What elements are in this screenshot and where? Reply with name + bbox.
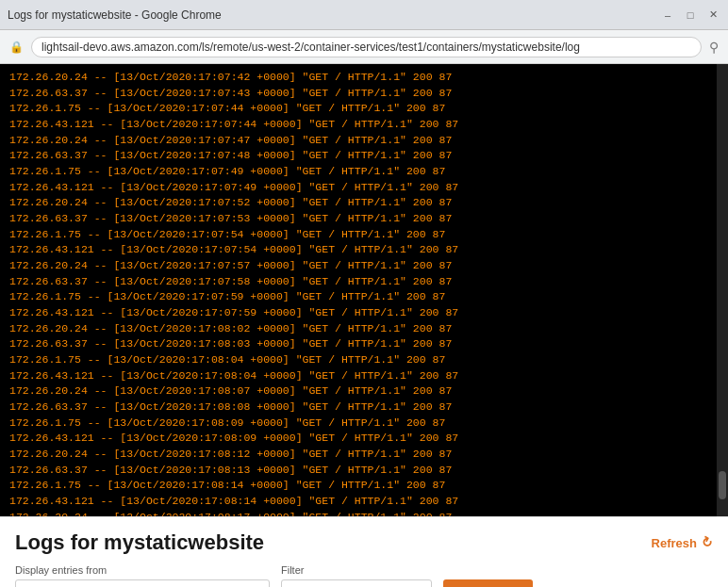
log-line: 172.26.1.75 -- [13/Oct/2020:17:08:04 +00…	[9, 352, 719, 368]
log-line: 172.26.43.121 -- [13/Oct/2020:17:08:04 +…	[9, 368, 719, 384]
filter-input[interactable]	[281, 579, 432, 587]
log-line: 172.26.1.75 -- [13/Oct/2020:17:07:49 +00…	[9, 164, 719, 180]
form-row: Display entries from ▣ --/--/---- --:-- …	[15, 564, 713, 587]
log-line: 172.26.43.121 -- [13/Oct/2020:17:08:09 +…	[9, 431, 719, 447]
date-range-group: Display entries from ▣ --/--/---- --:-- …	[15, 564, 270, 587]
browser-title: Logs for mystaticwebsite - Google Chrome	[8, 8, 222, 22]
close-button[interactable]: ✕	[705, 8, 720, 23]
log-line: 172.26.20.24 -- [13/Oct/2020:17:08:02 +0…	[9, 321, 719, 337]
log-line: 172.26.63.37 -- [13/Oct/2020:17:07:53 +0…	[9, 211, 719, 227]
search-icon[interactable]: ⚲	[709, 40, 719, 55]
date-range-input[interactable]: ▣ --/--/---- --:-- -- - --/--/---- --:--…	[15, 579, 270, 587]
log-line: 172.26.20.24 -- [13/Oct/2020:17:07:57 +0…	[9, 258, 719, 274]
log-line: 172.26.63.37 -- [13/Oct/2020:17:08:08 +0…	[9, 399, 719, 416]
log-line: 172.26.1.75 -- [13/Oct/2020:17:07:44 +00…	[9, 101, 719, 117]
maximize-button[interactable]: □	[683, 8, 698, 23]
log-line: 172.26.63.37 -- [13/Oct/2020:17:07:58 +0…	[9, 274, 719, 290]
lock-icon: 🔒	[9, 41, 24, 54]
scrollbar-thumb[interactable]	[719, 471, 726, 499]
minimize-button[interactable]: –	[660, 8, 675, 23]
refresh-label: Refresh	[652, 536, 697, 550]
page-title: Logs for mystaticwebsite	[15, 530, 264, 555]
refresh-button[interactable]: Refresh ↻	[652, 535, 713, 550]
log-line: 172.26.43.121 -- [13/Oct/2020:17:07:59 +…	[9, 305, 719, 321]
log-line: 172.26.1.75 -- [13/Oct/2020:17:07:54 +00…	[9, 227, 719, 243]
log-line: 172.26.20.24 -- [13/Oct/2020:17:08:17 +0…	[9, 510, 719, 516]
filter-label: Filter	[281, 564, 432, 576]
log-line: 172.26.20.24 -- [13/Oct/2020:17:08:07 +0…	[9, 383, 719, 399]
log-lines-container: 172.26.20.24 -- [13/Oct/2020:17:07:42 +0…	[9, 70, 719, 516]
address-bar: 🔒 lightsail-devo.aws.amazon.com/ls/remot…	[0, 30, 728, 64]
log-line: 172.26.1.75 -- [13/Oct/2020:17:08:09 +00…	[9, 416, 719, 432]
log-line: 172.26.20.24 -- [13/Oct/2020:17:08:12 +0…	[9, 447, 719, 463]
log-line: 172.26.63.37 -- [13/Oct/2020:17:07:48 +0…	[9, 148, 719, 164]
log-line: 172.26.63.37 -- [13/Oct/2020:17:08:13 +0…	[9, 463, 719, 479]
refresh-icon: ↻	[699, 533, 716, 552]
apply-button[interactable]: Apply	[443, 579, 533, 587]
browser-titlebar: Logs for mystaticwebsite - Google Chrome…	[0, 0, 728, 30]
log-line: 172.26.1.75 -- [13/Oct/2020:17:08:14 +00…	[9, 478, 719, 494]
titlebar-controls: – □ ✕	[660, 8, 720, 23]
url-input[interactable]: lightsail-devo.aws.amazon.com/ls/remote/…	[31, 37, 702, 57]
log-line: 172.26.43.121 -- [13/Oct/2020:17:08:14 +…	[9, 494, 719, 510]
log-line: 172.26.20.24 -- [13/Oct/2020:17:07:47 +0…	[9, 133, 719, 149]
log-line: 172.26.43.121 -- [13/Oct/2020:17:07:44 +…	[9, 117, 719, 133]
log-line: 172.26.43.121 -- [13/Oct/2020:17:07:54 +…	[9, 242, 719, 258]
log-line: 172.26.63.37 -- [13/Oct/2020:17:08:03 +0…	[9, 336, 719, 352]
date-label: Display entries from	[15, 564, 270, 576]
log-line: 172.26.20.24 -- [13/Oct/2020:17:07:52 +0…	[9, 195, 719, 211]
titlebar-left: Logs for mystaticwebsite - Google Chrome	[8, 8, 222, 22]
log-line: 172.26.1.75 -- [13/Oct/2020:17:07:59 +00…	[9, 289, 719, 305]
bottom-panel: Logs for mystaticwebsite Refresh ↻ Displ…	[0, 516, 728, 587]
log-line: 172.26.43.121 -- [13/Oct/2020:17:07:49 +…	[9, 180, 719, 196]
log-line: 172.26.20.24 -- [13/Oct/2020:17:07:42 +0…	[9, 70, 719, 86]
log-terminal[interactable]: 172.26.20.24 -- [13/Oct/2020:17:07:42 +0…	[0, 64, 728, 516]
scrollbar-track[interactable]	[717, 64, 728, 516]
filter-group: Filter	[281, 564, 432, 587]
bottom-row1: Logs for mystaticwebsite Refresh ↻	[15, 530, 713, 555]
log-line: 172.26.63.37 -- [13/Oct/2020:17:07:43 +0…	[9, 86, 719, 102]
